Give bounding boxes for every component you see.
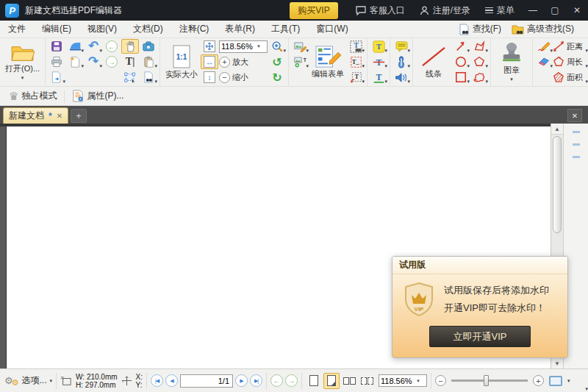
fit-height-button[interactable]: ↕ xyxy=(201,70,218,85)
measure-distance-button[interactable]: 距离 ▾ xyxy=(553,39,588,54)
menu-view[interactable]: 视图(V) xyxy=(79,21,125,38)
single-page-view-button[interactable] xyxy=(306,373,322,389)
zoom-input[interactable] xyxy=(221,42,257,51)
buy-vip-button[interactable]: 购买VIP xyxy=(290,2,337,19)
select-object-tool-button[interactable] xyxy=(121,70,139,85)
sticky-note-button[interactable]: ▾ xyxy=(392,39,410,54)
actual-size-button[interactable]: 1:1 实际大小 xyxy=(162,39,201,85)
fit-view-button[interactable] xyxy=(549,376,562,386)
export-button[interactable]: ▾ xyxy=(48,70,65,85)
maximize-button[interactable]: ▢ xyxy=(544,0,566,21)
polyline-tool-button[interactable]: ▾ xyxy=(470,39,488,54)
new-document-button[interactable]: ▾ xyxy=(66,54,84,69)
menu-file[interactable]: 文件 xyxy=(0,21,34,38)
highlight-text-button[interactable]: T ▾ xyxy=(370,39,387,54)
zoom-slider[interactable] xyxy=(451,379,528,382)
rectangle-tool-button[interactable]: ▾ xyxy=(452,70,470,85)
status-zoom-combo[interactable]: ▼ xyxy=(379,374,427,387)
zoom-in-button[interactable]: + 放大 xyxy=(219,54,268,69)
zoom-out-button[interactable]: − 缩小 xyxy=(219,70,268,85)
stamp-button[interactable]: 图章 ▾ xyxy=(493,39,530,85)
menu-document[interactable]: 文档(D) xyxy=(125,21,171,38)
measure-perimeter-button[interactable]: 周长 ▾ xyxy=(553,54,588,69)
attach-file-button[interactable]: ▾ xyxy=(392,54,410,69)
add-content-button[interactable]: T ▾ xyxy=(291,54,309,69)
properties-button[interactable]: 属性(P)... xyxy=(68,88,128,104)
reading-mode-button[interactable]: ▾ xyxy=(66,39,84,54)
arrow-tool-button[interactable]: ▾ xyxy=(452,39,470,54)
scroll-up-icon[interactable]: ▲ xyxy=(551,124,563,135)
advanced-find-button[interactable]: 高级查找(S) xyxy=(508,22,578,36)
minimize-button[interactable]: — xyxy=(522,0,544,21)
redo-button[interactable]: ↷ ▾ xyxy=(85,54,102,69)
close-document-button[interactable]: ✕ xyxy=(567,109,582,122)
last-page-button[interactable]: ▶| xyxy=(250,374,262,387)
eraser-tool-button[interactable]: ▾ xyxy=(535,54,553,69)
next-page-button[interactable]: ▶ xyxy=(235,374,248,387)
previous-view-button[interactable]: ← xyxy=(103,39,121,54)
menu-edit[interactable]: 编辑(E) xyxy=(34,21,79,38)
support-button[interactable]: 客服入口 xyxy=(348,0,412,21)
previous-page-button[interactable]: ◀ xyxy=(165,374,178,387)
find-button[interactable]: 查找(F) xyxy=(455,22,505,36)
underline-text-button[interactable]: T ▾ xyxy=(370,70,387,85)
menu-tools[interactable]: 工具(T) xyxy=(263,21,308,38)
line-tool-button[interactable]: 线条 ▾ xyxy=(415,39,452,85)
menu-window[interactable]: 窗口(W) xyxy=(308,21,356,38)
menu-comment[interactable]: 注释(C) xyxy=(171,21,218,38)
paste-button[interactable]: ▾ xyxy=(140,54,157,69)
previous-view-nav-button[interactable]: ← xyxy=(270,374,283,387)
fit-page-button[interactable] xyxy=(201,39,218,54)
snapshot-button[interactable] xyxy=(140,39,157,54)
exclusive-mode-button[interactable]: ♛ 独占模式 xyxy=(4,88,61,104)
circle-tool-button[interactable]: ▾ xyxy=(452,54,470,69)
rotate-left-button[interactable]: ↺ xyxy=(268,54,286,69)
zoom-combo[interactable]: ▼ xyxy=(219,39,268,54)
scrollbar-thumb[interactable] xyxy=(553,136,562,233)
select-text-tool-button[interactable]: T| xyxy=(121,54,139,69)
next-view-button[interactable]: → xyxy=(103,54,121,69)
options-button[interactable]: ⚙ ⚙ 选项... ▾ xyxy=(4,374,52,388)
status-zoom-input[interactable] xyxy=(381,377,416,385)
fit-width-button[interactable]: ↔ xyxy=(201,54,218,69)
tab-new-document[interactable]: 新建文档 * ✕ xyxy=(3,107,68,124)
rotate-right-button[interactable]: ↻ xyxy=(268,70,286,85)
new-tab-button[interactable]: + xyxy=(71,109,87,123)
edit-image-button[interactable]: ▾ xyxy=(291,39,309,54)
menu-form[interactable]: 表单(R) xyxy=(217,21,263,38)
page-number-input[interactable] xyxy=(180,374,233,388)
scroll-down-icon[interactable]: ▼ xyxy=(551,357,563,368)
close-button[interactable]: ✕ xyxy=(566,0,588,21)
hand-tool-button[interactable] xyxy=(121,39,139,54)
app-menu-button[interactable]: 菜单 xyxy=(478,0,522,21)
facing-view-button[interactable] xyxy=(341,373,357,389)
edit-text-button[interactable]: T ▾ xyxy=(347,39,365,54)
tab-close-icon[interactable]: ✕ xyxy=(57,112,62,120)
strikeout-text-button[interactable]: T ▾ xyxy=(370,54,387,69)
open-button[interactable]: 打开(O)... ▾ xyxy=(2,39,43,85)
polygon-tool-button[interactable]: ▾ xyxy=(470,54,488,69)
edit-form-button[interactable]: 编辑表单 xyxy=(309,39,347,85)
facing-continuous-view-button[interactable] xyxy=(359,373,375,389)
text-box-button[interactable]: T_ ▾ xyxy=(347,54,365,69)
continuous-view-button[interactable] xyxy=(323,373,340,389)
slider-zoom-in-icon[interactable]: + xyxy=(533,375,544,386)
measure-area-button[interactable]: 面积 ▾ xyxy=(553,70,588,85)
find-tool-button[interactable]: ▾ xyxy=(140,70,157,85)
first-page-button[interactable]: |◀ xyxy=(151,374,163,387)
marquee-zoom-button[interactable]: ▾ xyxy=(268,39,286,54)
activate-vip-button[interactable]: 立即开通VIP xyxy=(429,326,531,347)
print-button[interactable] xyxy=(48,54,65,69)
save-button[interactable] xyxy=(48,39,65,54)
pencil-tool-button[interactable]: ▾ xyxy=(535,39,553,54)
fit-view-caret-icon[interactable]: ▾ xyxy=(567,378,570,384)
undo-button[interactable]: ↶ ▾ xyxy=(85,39,102,54)
zoom-slider-thumb[interactable] xyxy=(484,375,489,386)
next-view-nav-button[interactable]: → xyxy=(285,374,298,387)
slider-zoom-out-icon[interactable]: − xyxy=(435,375,446,386)
typewriter-button[interactable]: T ▾ xyxy=(347,70,365,85)
cloud-tool-button[interactable]: ▾ xyxy=(470,70,488,85)
add-sound-button[interactable]: ▾ xyxy=(392,70,410,85)
line-icon xyxy=(420,46,447,68)
login-button[interactable]: 注册/登录 xyxy=(412,0,478,21)
